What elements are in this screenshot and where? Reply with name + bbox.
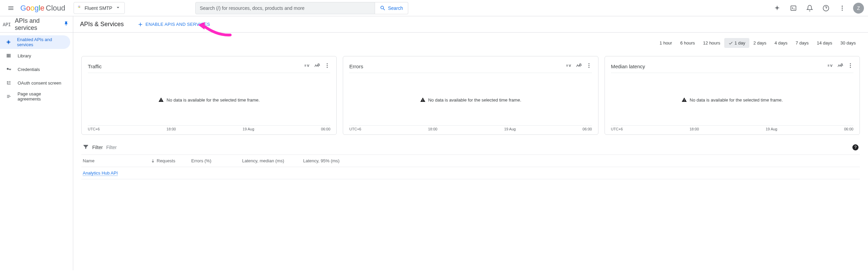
gemini-icon[interactable] [770,1,784,15]
sidebar-item-label: OAuth consent screen [18,80,61,86]
avatar[interactable]: Z [853,3,864,14]
sidebar-item-label: Enabled APIs and services [17,37,65,47]
time-chip[interactable]: 1 day [724,38,749,48]
th-requests[interactable]: Requests [151,158,191,163]
consent-icon [5,80,12,86]
filter-icon [83,144,89,151]
legend-toggle-icon[interactable] [827,62,833,70]
enable-apis-label: Enable APIs and services [145,22,210,27]
search-placeholder: Search (/) for resources, docs, products… [200,5,304,11]
th-name[interactable]: Name [83,158,151,163]
explore-icon[interactable] [837,62,843,70]
chevron-down-icon [115,4,121,12]
svg-rect-19 [7,97,9,98]
enable-apis-button[interactable]: Enable APIs and services [137,21,210,28]
svg-rect-10 [8,54,9,58]
search-input[interactable]: Search (/) for resources, docs, products… [195,2,375,14]
sidebar-item-credentials[interactable]: Credentials [0,62,70,76]
th-latency-95[interactable]: Latency, 95% (ms) [303,158,364,163]
more-icon[interactable] [324,62,330,70]
sidebar-item-page-usage[interactable]: Page usage agreements [0,90,70,103]
sidebar-item-enabled-apis[interactable]: Enabled APIs and services [0,35,70,49]
time-chip[interactable]: 2 days [749,38,770,48]
more-icon[interactable] [586,62,592,70]
svg-point-23 [327,67,328,68]
filter-label: Filter [92,145,103,150]
time-chip[interactable]: 12 hours [699,38,725,48]
svg-point-8 [842,10,843,11]
time-chip[interactable]: 30 days [836,38,860,48]
help-icon[interactable] [819,1,833,15]
check-icon [728,41,733,46]
sidebar-item-oauth-consent[interactable]: OAuth consent screen [0,76,70,90]
pin-icon[interactable] [63,21,69,28]
logo-cloud-text: Cloud [46,4,65,13]
search-icon [380,5,386,11]
google-cloud-logo[interactable]: Google Cloud [20,4,65,13]
th-latency-median[interactable]: Latency, median (ms) [242,158,303,163]
svg-rect-9 [7,54,8,58]
time-chip[interactable]: 14 days [813,38,836,48]
sidebar: Enabled APIs and services Library Creden… [0,33,73,270]
table-row: Analytics Hub API [81,167,860,179]
svg-rect-14 [8,81,11,81]
svg-point-21 [327,63,328,64]
time-chip[interactable]: 4 days [770,38,791,48]
svg-rect-16 [7,84,11,84]
svg-point-29 [850,63,851,64]
svg-rect-17 [7,95,9,95]
th-errors[interactable]: Errors (%) [191,158,242,163]
time-chip[interactable]: 7 days [792,38,813,48]
svg-point-31 [850,67,851,68]
warning-icon [158,97,164,103]
more-icon[interactable] [835,1,849,15]
api-product-code: API [3,22,11,27]
sidebar-item-library[interactable]: Library [0,49,70,62]
filter-bar: Filter Filter ? [81,140,860,155]
card-title: Median latency [611,64,645,69]
chart-card: Median latency No data is available for … [605,56,860,135]
project-name: Fluent SMTP [85,5,113,11]
hamburger-menu[interactable] [4,1,18,15]
library-icon [5,53,12,58]
api-link[interactable]: Analytics Hub API [83,170,118,176]
sidebar-item-label: Library [18,53,31,58]
svg-point-1 [79,6,80,6]
svg-point-27 [588,67,589,68]
plus-icon [137,21,143,28]
svg-point-0 [78,6,79,6]
diamond-icon [5,39,12,45]
legend-toggle-icon[interactable] [566,62,572,70]
cloud-shell-icon[interactable] [787,1,800,15]
chart-empty-state: No data is available for the selected ti… [349,74,592,125]
svg-point-26 [588,65,589,66]
chart-axis: UTC+618:0019 Aug06:00 [611,125,853,131]
time-range-selector: 1 hour6 hours12 hours1 day2 days4 days7 … [81,38,860,48]
svg-point-25 [588,63,589,64]
svg-rect-13 [7,83,8,84]
more-icon[interactable] [847,62,853,70]
time-chip[interactable]: 6 hours [676,38,699,48]
notifications-icon[interactable] [803,1,816,15]
card-title: Traffic [88,64,102,69]
svg-point-30 [850,65,851,66]
warning-icon [420,97,426,103]
project-icon [77,5,82,11]
svg-rect-12 [7,81,8,82]
svg-point-6 [842,5,843,6]
api-table: Name Requests Errors (%) Latency, median… [81,155,860,179]
explore-icon[interactable] [576,62,582,70]
time-chip[interactable]: 1 hour [655,38,676,48]
filter-input[interactable]: Filter [106,145,117,150]
svg-point-7 [842,7,843,8]
sidebar-item-label: Credentials [18,67,40,72]
project-picker[interactable]: Fluent SMTP [74,2,125,14]
avatar-initial: Z [857,5,860,11]
explore-icon[interactable] [314,62,320,70]
search-button[interactable]: Search [375,2,408,14]
help-icon[interactable]: ? [852,144,859,150]
search-button-label: Search [388,5,403,11]
legend-toggle-icon[interactable] [304,62,310,70]
agreement-icon [5,94,12,99]
chart-card: Errors No data is available for the sele… [343,56,598,135]
